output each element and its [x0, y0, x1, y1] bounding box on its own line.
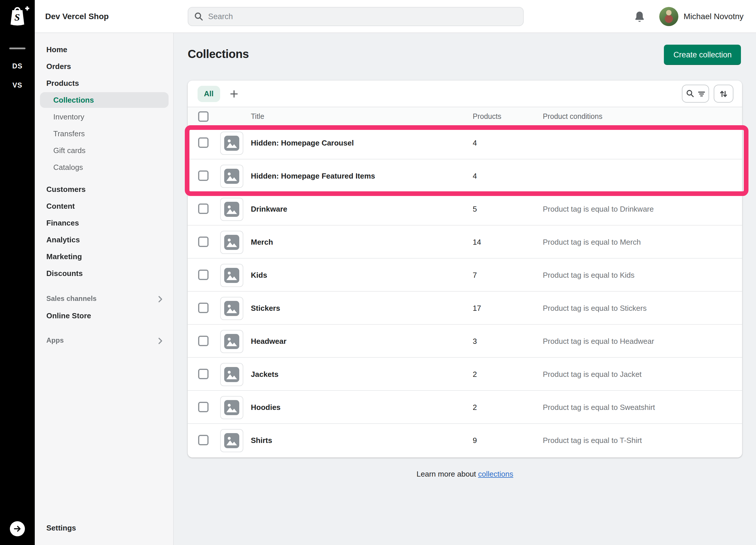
collection-product-count: 2 [473, 358, 477, 391]
collection-product-count: 9 [473, 424, 477, 457]
global-search[interactable] [188, 7, 524, 26]
select-all-checkbox[interactable] [198, 111, 209, 122]
collection-thumbnail [220, 132, 243, 155]
tab-all[interactable]: All [198, 85, 220, 102]
notifications-button[interactable] [633, 10, 647, 24]
row-checkbox[interactable] [198, 369, 209, 379]
sidebar-item-marketing[interactable]: Marketing [35, 248, 173, 265]
column-header-title[interactable]: Title [251, 107, 264, 126]
table-row[interactable]: Kids7Product tag is equal to Kids [188, 258, 742, 292]
sidebar-item-transfers[interactable]: Transfers [35, 125, 173, 142]
collection-title: Headwear [251, 325, 286, 358]
image-placeholder-icon [224, 433, 239, 448]
bell-icon [633, 10, 647, 24]
sidebar-item-discounts[interactable]: Discounts [35, 265, 173, 282]
collection-product-count: 17 [473, 292, 481, 325]
sidebar-item-customers[interactable]: Customers [35, 181, 173, 198]
collection-thumbnail [220, 330, 243, 353]
collection-title: Hoodies [251, 391, 281, 424]
collections-card: All [188, 81, 742, 458]
search-input[interactable] [208, 12, 517, 21]
sidebar-item-online-store[interactable]: Online Store [35, 307, 173, 324]
sidebar-item-analytics[interactable]: Analytics [35, 231, 173, 248]
row-checkbox[interactable] [198, 303, 209, 313]
search-icon [686, 89, 694, 98]
image-placeholder-icon [224, 334, 239, 349]
sidebar-item-home[interactable]: Home [35, 41, 173, 58]
row-checkbox[interactable] [198, 402, 209, 412]
main-content: Collections Create collection All [174, 33, 756, 545]
column-header-conditions[interactable]: Product conditions [543, 107, 602, 126]
user-name[interactable]: Michael Novotny [684, 0, 744, 32]
collection-title: Hidden: Homepage Carousel [251, 126, 354, 159]
table-row[interactable]: Drinkware5Product tag is equal to Drinkw… [188, 192, 742, 225]
collection-thumbnail [220, 429, 243, 452]
collection-title: Drinkware [251, 192, 287, 225]
image-placeholder-icon [224, 235, 239, 250]
collection-condition: Product tag is equal to Drinkware [543, 192, 654, 225]
table-row[interactable]: Stickers17Product tag is equal to Sticke… [188, 292, 742, 325]
add-view-button[interactable] [226, 85, 242, 102]
table-row[interactable]: Headwear3Product tag is equal to Headwea… [188, 325, 742, 358]
expand-rail-button[interactable] [10, 521, 25, 536]
search-icon [194, 12, 204, 21]
sidebar-item-gift-cards[interactable]: Gift cards [35, 142, 173, 159]
chevron-right-icon [158, 337, 163, 344]
sort-arrows-icon [719, 89, 728, 98]
row-checkbox[interactable] [198, 269, 209, 280]
footer-text: Learn more about [417, 470, 478, 478]
collection-condition: Product tag is equal to Jacket [543, 358, 642, 391]
sidebar-item-settings[interactable]: Settings [35, 520, 173, 536]
table-row[interactable]: Shirts9Product tag is equal to T-Shirt [188, 424, 742, 457]
collections-help-link[interactable]: collections [478, 470, 513, 478]
collection-condition: Product tag is equal to Sweatshirt [543, 391, 655, 424]
row-checkbox[interactable] [198, 336, 209, 346]
column-header-products[interactable]: Products [473, 107, 501, 126]
shopify-plus-logo[interactable]: S [5, 3, 30, 30]
sidebar-section-sales-channels[interactable]: Sales channels [35, 291, 173, 307]
app-window: S DS VS Dev Vercel Shop [0, 0, 756, 545]
sidebar-item-inventory[interactable]: Inventory [35, 108, 173, 125]
apps-label: Apps [46, 332, 64, 349]
image-placeholder-icon [224, 136, 239, 151]
sidebar-item-products[interactable]: Products [35, 75, 173, 92]
image-placeholder-icon [224, 169, 239, 184]
create-collection-button[interactable]: Create collection [664, 45, 741, 65]
sidebar-item-content[interactable]: Content [35, 198, 173, 214]
sort-button[interactable] [714, 85, 733, 103]
top-bar: Dev Vercel Shop Michael Novotny [35, 0, 756, 33]
store-switcher-ds[interactable]: DS [0, 62, 35, 70]
search-and-filter-button[interactable] [682, 85, 709, 103]
image-placeholder-icon [224, 400, 239, 415]
row-checkbox[interactable] [198, 170, 209, 181]
row-checkbox[interactable] [198, 137, 209, 148]
store-switcher-vs[interactable]: VS [0, 81, 35, 89]
table-row[interactable]: Merch14Product tag is equal to Merch [188, 225, 742, 258]
row-checkbox[interactable] [198, 203, 209, 214]
shop-name: Dev Vercel Shop [45, 0, 109, 32]
sidebar-item-orders[interactable]: Orders [35, 58, 173, 75]
shopify-bag-icon: S [5, 3, 30, 28]
row-checkbox[interactable] [198, 236, 209, 247]
image-placeholder-icon [224, 202, 239, 217]
sidebar-nav: Home Orders Products Collections Invento… [35, 33, 174, 545]
table-row[interactable]: Hidden: Homepage Featured Items4 [188, 159, 742, 192]
chevron-right-icon [158, 296, 163, 303]
sidebar-item-finances[interactable]: Finances [35, 214, 173, 231]
table-row[interactable]: Jackets2Product tag is equal to Jacket [188, 358, 742, 391]
collection-thumbnail [220, 198, 243, 221]
row-checkbox[interactable] [198, 435, 209, 445]
collection-product-count: 3 [473, 325, 477, 358]
footer-note: Learn more about collections [188, 470, 742, 478]
sidebar-section-apps[interactable]: Apps [35, 332, 173, 349]
collection-title: Jackets [251, 358, 278, 391]
table-row[interactable]: Hidden: Homepage Carousel4 [188, 126, 742, 159]
sidebar-item-catalogs[interactable]: Catalogs [35, 159, 173, 176]
table-row[interactable]: Hoodies2Product tag is equal to Sweatshi… [188, 391, 742, 424]
sidebar-item-collections[interactable]: Collections [35, 92, 173, 108]
rail-divider [9, 48, 25, 49]
user-avatar[interactable] [659, 7, 678, 26]
collection-title: Shirts [251, 424, 272, 457]
collection-product-count: 4 [473, 126, 477, 159]
collection-thumbnail [220, 264, 243, 287]
